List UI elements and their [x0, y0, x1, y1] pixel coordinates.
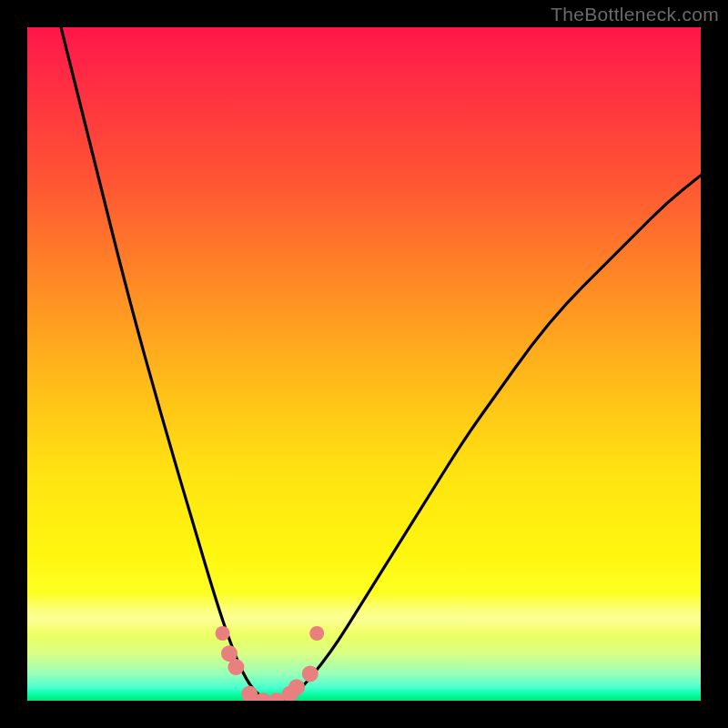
curve-marker	[309, 626, 324, 641]
curve-marker	[228, 659, 244, 675]
watermark-text: TheBottleneck.com	[551, 4, 719, 25]
bottleneck-curve-path	[61, 27, 701, 701]
curve-marker	[216, 626, 230, 641]
plot-area	[27, 27, 701, 701]
bottleneck-curve-svg	[27, 27, 701, 701]
chart-frame: TheBottleneck.com	[0, 0, 728, 728]
curve-marker	[288, 679, 305, 695]
curve-marker	[302, 665, 318, 682]
curve-markers-group	[216, 626, 325, 701]
